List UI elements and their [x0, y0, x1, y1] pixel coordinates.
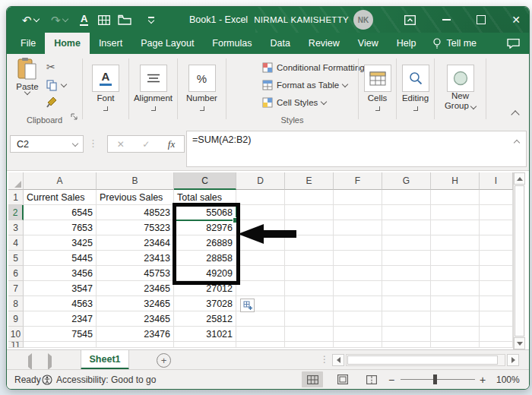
- cell-B5[interactable]: 23413: [97, 251, 174, 266]
- cell-B9[interactable]: 23465: [97, 311, 174, 327]
- cell-F1[interactable]: [334, 190, 382, 205]
- cell-G7[interactable]: [382, 281, 431, 296]
- format-as-table-button[interactable]: Format as Table: [262, 78, 347, 91]
- cell-G3[interactable]: [382, 220, 431, 235]
- cell-F4[interactable]: [334, 235, 382, 251]
- undo-button[interactable]: ↶: [22, 7, 39, 33]
- next-sheet-button[interactable]: [48, 356, 52, 367]
- cell-G2[interactable]: [382, 205, 431, 220]
- cell-H7[interactable]: [431, 281, 480, 296]
- tab-review[interactable]: Review: [299, 33, 349, 54]
- new-group-button[interactable]: [447, 65, 474, 92]
- cell-I1[interactable]: [480, 190, 513, 205]
- cell-A11[interactable]: [24, 342, 97, 348]
- column-header-H[interactable]: H: [431, 172, 480, 190]
- cell-D1[interactable]: [236, 190, 285, 205]
- cell-H4[interactable]: [431, 235, 480, 251]
- cell-H1[interactable]: [431, 190, 480, 205]
- dialog-launcher-icon[interactable]: [71, 110, 78, 124]
- cell-D10[interactable]: [236, 327, 285, 342]
- cell-C3[interactable]: 82976: [174, 220, 236, 235]
- cell-F3[interactable]: [334, 220, 382, 235]
- cell-A4[interactable]: 3425: [24, 235, 97, 251]
- cell-C7[interactable]: 27012: [174, 281, 236, 296]
- row-header-8[interactable]: 8: [8, 296, 24, 311]
- cell-C11[interactable]: [174, 342, 236, 348]
- cell-B4[interactable]: 23464: [97, 235, 174, 251]
- cell-G8[interactable]: [382, 296, 431, 311]
- cell-E9[interactable]: [285, 311, 334, 327]
- cell-I5[interactable]: [480, 251, 513, 266]
- scroll-right-button[interactable]: [507, 354, 519, 366]
- cell-I6[interactable]: [480, 266, 513, 281]
- cell-H10[interactable]: [431, 327, 480, 342]
- zoom-level[interactable]: 100%: [496, 370, 520, 389]
- cell-I3[interactable]: [480, 220, 513, 235]
- cell-H9[interactable]: [431, 311, 480, 327]
- row-header-4[interactable]: 4: [8, 235, 24, 251]
- cell-F6[interactable]: [334, 266, 382, 281]
- format-painter-button[interactable]: [46, 96, 57, 109]
- cell-A2[interactable]: 6545: [24, 205, 97, 220]
- user-avatar[interactable]: NK: [353, 10, 373, 30]
- new-sheet-button[interactable]: +: [157, 353, 171, 368]
- zoom-in-button[interactable]: +: [480, 370, 486, 389]
- cell-E7[interactable]: [285, 281, 334, 296]
- spreadsheet-grid[interactable]: ABCDEFGHI1Current SalesPrevious SalesTot…: [8, 172, 513, 349]
- cell-E6[interactable]: [285, 266, 334, 281]
- cell-B2[interactable]: 48523: [97, 205, 174, 220]
- row-header-7[interactable]: 7: [8, 281, 24, 296]
- copy-button[interactable]: [46, 80, 57, 93]
- borders-button[interactable]: [98, 7, 110, 33]
- cell-B3[interactable]: 75323: [97, 220, 174, 235]
- tab-page-layout[interactable]: Page Layout: [131, 33, 203, 54]
- row-header-3[interactable]: 3: [8, 220, 24, 235]
- cell-C5[interactable]: 28858: [174, 251, 236, 266]
- collapse-formula-bar-icon[interactable]: [514, 140, 520, 146]
- row-header-6[interactable]: 6: [8, 266, 24, 281]
- cell-I4[interactable]: [480, 235, 513, 251]
- tab-bar-resize-handle[interactable]: ⋮: [320, 354, 329, 365]
- feedback-button[interactable]: [507, 33, 520, 54]
- cell-B10[interactable]: 23476: [97, 327, 174, 342]
- customize-qat-button[interactable]: [148, 7, 154, 33]
- cell-C1[interactable]: Total sales: [174, 190, 236, 205]
- cell-C9[interactable]: 25812: [174, 311, 236, 327]
- cell-F10[interactable]: [334, 327, 382, 342]
- cell-G4[interactable]: [382, 235, 431, 251]
- cell-G1[interactable]: [382, 190, 431, 205]
- cell-A1[interactable]: Current Sales: [24, 190, 97, 205]
- horizontal-scrollbar-thumb[interactable]: [347, 356, 498, 365]
- cell-A10[interactable]: 7545: [24, 327, 97, 342]
- column-header-D[interactable]: D: [236, 172, 285, 190]
- auto-fill-options-button[interactable]: [240, 299, 255, 312]
- ribbon-display-options-button[interactable]: [401, 7, 418, 33]
- enter-button[interactable]: ✓: [142, 139, 150, 150]
- cell-H3[interactable]: [431, 220, 480, 235]
- cell-D7[interactable]: [236, 281, 285, 296]
- accessibility-status[interactable]: Accessibility: Good to go: [42, 370, 156, 389]
- previous-sheet-button[interactable]: [28, 356, 32, 367]
- cell-I8[interactable]: [480, 296, 513, 311]
- sheet-tab-sheet1[interactable]: Sheet1: [81, 350, 129, 370]
- tab-view[interactable]: View: [349, 33, 388, 54]
- cell-E4[interactable]: [285, 235, 334, 251]
- cell-F8[interactable]: [334, 296, 382, 311]
- cell-A5[interactable]: 5445: [24, 251, 97, 266]
- close-button[interactable]: ✕: [508, 7, 524, 33]
- zoom-out-button[interactable]: −: [388, 370, 394, 389]
- font-button[interactable]: A: [92, 65, 119, 92]
- cell-F11[interactable]: [334, 342, 382, 348]
- cell-D3[interactable]: [236, 220, 285, 235]
- cell-D9[interactable]: [236, 311, 285, 327]
- page-break-preview-button[interactable]: [361, 371, 382, 387]
- redo-button[interactable]: ↷: [51, 7, 68, 33]
- cells-button[interactable]: [364, 65, 391, 92]
- cell-B8[interactable]: 32465: [97, 296, 174, 311]
- tab-formulas[interactable]: Formulas: [203, 33, 261, 54]
- cell-C10[interactable]: 31021: [174, 327, 236, 342]
- cell-G9[interactable]: [382, 311, 431, 327]
- cell-B11[interactable]: [97, 342, 174, 348]
- normal-view-button[interactable]: [302, 371, 323, 387]
- cell-E3[interactable]: [285, 220, 334, 235]
